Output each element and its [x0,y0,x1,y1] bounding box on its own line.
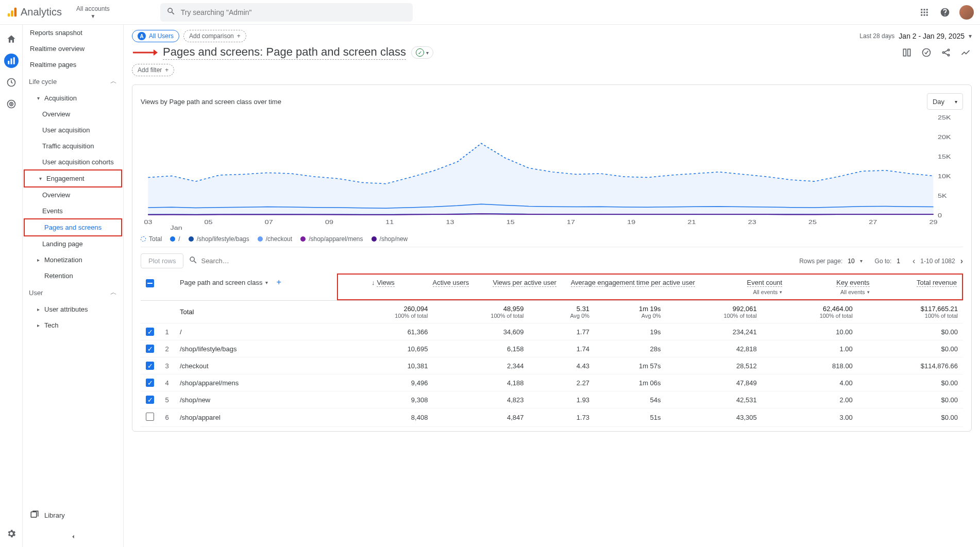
legend-item[interactable]: /checkout [258,235,292,243]
avatar[interactable] [959,5,974,20]
row-checkbox[interactable]: ✓ [146,328,154,336]
legend-item[interactable]: /shop/lifestyle/bags [189,235,249,243]
segment-a-badge: A [138,32,146,40]
search-icon [166,7,176,18]
table-search-input[interactable] [201,257,304,265]
table-row[interactable]: ✓ 3 /checkout 10,381 2,344 4.43 1m 57s 2… [141,357,963,374]
nav-acq-traffic[interactable]: Traffic acquisition [23,138,123,154]
account-picker[interactable]: All accounts ▼ [71,3,115,21]
page-range: 1-10 of 1082 [920,258,955,265]
svg-rect-7 [924,11,925,13]
nav-realtime-pages[interactable]: Realtime pages [23,57,123,73]
legend-item[interactable]: / [170,235,180,243]
col-views-per-user[interactable]: Views per active user [474,275,561,299]
section-life-cycle[interactable]: Life cycle ︿ [23,73,123,90]
dimension-picker[interactable]: Page path and screen class ▾ + [180,278,332,287]
sort-down-icon: ↓ [371,279,375,286]
select-all-checkbox[interactable] [146,279,154,287]
col-avg-engagement[interactable]: Average engagement time per active user [562,275,700,299]
nav-acq-overview[interactable]: Overview [23,106,123,122]
svg-rect-22 [903,49,906,56]
insights-icon[interactable] [920,46,933,59]
table-row[interactable]: ✓ 1 / 61,366 34,609 1.77 19s 234,241 10.… [141,323,963,340]
plot-rows-button[interactable]: Plot rows [141,253,183,268]
section-user[interactable]: User ︿ [23,284,123,301]
col-views[interactable]: ↓Views [338,275,400,299]
row-checkbox[interactable] [146,413,154,421]
nav-tech[interactable]: ▸Tech [23,317,123,333]
nav-user-attributes[interactable]: ▸User attributes [23,301,123,317]
report-status-badge[interactable]: ✓ ▾ [411,46,433,59]
global-search[interactable] [160,3,413,22]
add-filter-button[interactable]: Add filter + [132,64,174,76]
legend-item[interactable]: /shop/apparel/mens [300,235,363,243]
goto-label: Go to: [875,258,892,265]
nav-retention[interactable]: Retention [23,268,123,284]
admin-gear-icon[interactable] [4,526,19,541]
row-checkbox[interactable]: ✓ [146,362,154,370]
table-row[interactable]: ✓ 2 /shop/lifestyle/bags 10,695 6,158 1.… [141,340,963,357]
caret-right-icon: ▸ [37,306,44,312]
logo: Analytics [6,6,62,18]
caret-down-icon[interactable]: ▾ [860,258,863,264]
date-range-picker[interactable]: Last 28 days Jan 2 - Jan 29, 2025 ▾ [859,32,972,40]
prev-page-button[interactable]: ‹ [913,257,915,266]
row-checkbox[interactable]: ✓ [146,379,154,387]
nav-eng-pages-screens[interactable]: Pages and screens [25,219,121,235]
advertising-icon[interactable] [4,97,19,111]
row-checkbox[interactable]: ✓ [146,396,154,404]
nav-acq-cohorts[interactable]: User acquisition cohorts [23,154,123,170]
granularity-select[interactable]: Day ▾ [927,93,963,110]
nav-engagement[interactable]: ▾Engagement [25,170,121,186]
reports-icon[interactable] [4,54,19,68]
caret-down-icon[interactable]: ▾ [780,289,782,295]
svg-text:19: 19 [627,219,635,225]
svg-point-18 [11,104,12,105]
caret-down-icon: ▼ [90,13,95,19]
apps-icon[interactable] [918,6,931,19]
next-page-button[interactable]: › [960,257,963,266]
customize-report-icon[interactable] [901,46,913,59]
nav-eng-landing[interactable]: Landing page [23,236,123,252]
chart-title: Views by Page path and screen class over… [141,98,281,106]
segment-all-users[interactable]: A All Users [132,30,179,42]
search-input[interactable] [176,8,407,16]
caret-right-icon: ▸ [37,257,44,263]
svg-text:05: 05 [205,219,213,225]
share-icon[interactable] [940,46,952,59]
nav-eng-events[interactable]: Events [23,203,123,219]
table-row[interactable]: ✓ 4 /shop/apparel/mens 9,496 4,188 2.27 … [141,374,963,391]
col-event-count[interactable]: Event countAll events▾ [700,275,787,299]
add-comparison-button[interactable]: Add comparison + [183,30,246,42]
nav-monetization[interactable]: ▸Monetization [23,252,123,268]
collapse-sidebar-button[interactable] [23,528,123,547]
table-row[interactable]: ✓ 5 /shop/new 9,308 4,823 1.93 54s 42,53… [141,391,963,408]
legend-item[interactable]: /shop/new [371,235,408,243]
nav-acq-user[interactable]: User acquisition [23,122,123,138]
add-dimension-icon[interactable]: + [276,278,281,287]
nav-acquisition[interactable]: ▾Acquisition [23,90,123,106]
caret-down-icon: ▾ [39,176,46,181]
col-active-users[interactable]: Active users [400,275,475,299]
home-icon[interactable] [4,32,19,46]
help-icon[interactable] [939,6,951,19]
goto-value[interactable]: 1 [897,258,900,265]
table-search[interactable] [189,255,794,266]
col-revenue[interactable]: Total revenue [875,275,962,299]
rows-per-page-value[interactable]: 10 [848,258,854,265]
library-link[interactable]: Library [23,502,123,528]
explore-icon[interactable] [4,75,19,90]
table-row[interactable]: 6 /shop/apparel 8,408 4,847 1.73 51s 43,… [141,408,963,427]
row-checkbox[interactable]: ✓ [146,345,154,353]
nav-reports-snapshot[interactable]: Reports snapshot [23,25,123,41]
nav-eng-overview[interactable]: Overview [23,187,123,203]
chart-legend: Total//shop/lifestyle/bags/checkout/shop… [141,235,963,243]
nav-realtime-overview[interactable]: Realtime overview [23,41,123,57]
col-key-events[interactable]: Key eventsAll events▾ [787,275,874,299]
legend-item[interactable]: Total [141,235,162,243]
svg-text:0: 0 [938,213,942,218]
svg-rect-11 [926,14,928,15]
caret-down-icon[interactable]: ▾ [867,289,870,295]
edit-comparison-icon[interactable] [959,46,972,59]
svg-rect-9 [921,14,922,15]
